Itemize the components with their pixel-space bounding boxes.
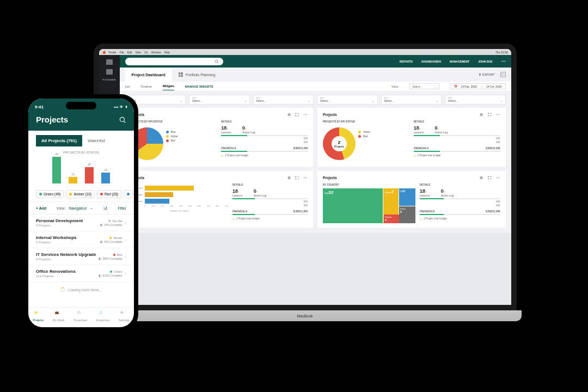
phone-mockup: 9:41 ••• ᯤ ▮ Projects All Projects (791)… [24,94,138,332]
phone-chart-title: PROJECTS BY STATUS [36,151,126,154]
menu-view[interactable]: View [135,51,141,54]
list-item[interactable]: IT Services Network Upgrade9 Projects Re… [28,248,134,265]
mac-menubar: 🍎 Finder File Edit View Go Window Help T… [99,49,511,55]
sub-nav-bar: List Timeline Widgets MANAGE WIDGETS Vie… [120,82,511,91]
phone-chart: PROJECTS BY STATUS 49 10 28 18 [28,146,134,187]
more-icon[interactable]: ⋯ [303,175,308,180]
filter-2[interactable]: filterSelect...⌄ [189,95,250,105]
more-icon[interactable]: ⋯ [495,112,500,117]
menubar-time: Thu 21:56 [495,51,508,54]
chart-legend: Yellow Red [358,125,370,162]
date-from: 14 Feb. 2020 [461,85,476,88]
export-label: EXPORT [482,73,495,76]
more-icon[interactable]: ⋯ [501,59,506,64]
projects-list[interactable]: Personal Development3 Projects Not Set◐ … [28,215,134,307]
menu-finder[interactable]: Finder [109,51,117,54]
filter-4[interactable]: filterSelect...⌄ [317,95,378,105]
more-icon[interactable]: ⋯ [303,112,308,117]
filter-6[interactable]: filterSelect...⌄ [445,95,506,105]
nav-projects[interactable]: 📁Projects [33,311,44,322]
legend-green[interactable]: Green (49) [36,190,64,198]
nav-expenses[interactable]: 🧾Expenses [96,311,109,322]
add-button[interactable]: + Add [36,206,46,210]
metric-actionlog: 0+Action Log [242,125,255,134]
menu-file[interactable]: File [120,51,124,54]
filter-button[interactable]: Filter [118,206,126,210]
subtab-list[interactable]: List [125,85,130,88]
subtab-timeline[interactable]: Timeline [140,85,152,88]
laptop-screen: 🍎 Finder File Edit View Go Window Help T… [94,44,517,310]
nav-mywork[interactable]: 💼My Work [53,311,65,322]
list-item[interactable]: Internal Workshops2 Projects Amber◐ 6% C… [28,231,134,248]
expand-icon[interactable]: ⛶ [487,175,492,180]
svg-point-1 [120,117,124,121]
search-icon[interactable] [119,116,126,124]
gear-icon[interactable]: ⚙ [286,112,291,117]
sidebar-programmes-icon[interactable] [106,69,113,75]
nav-settings[interactable]: ⚙Settings [119,311,130,322]
sidebar-home-icon[interactable] [106,59,113,65]
expand-icon[interactable]: ⛶ [295,112,299,117]
menu-help[interactable]: Help [164,51,170,54]
phone-toolbar: + Add View: Navigation ⌄ 📊 Filter [28,201,134,215]
more-icon[interactable]: ⋯ [495,175,500,180]
date-to: 14 Oct. 2020 [486,85,502,88]
menu-edit[interactable]: Edit [127,51,132,54]
gear-icon: ⚙ [120,311,128,317]
export-button[interactable]: ⬇ EXPORT [479,73,494,76]
legend-red[interactable]: Red (28) [97,190,121,198]
loading-indicator: Loading more items... [28,282,134,297]
menu-go[interactable]: Go [144,51,148,54]
tab-portfolio-label: Portfolio Planning [186,73,216,77]
svg-point-0 [215,60,218,63]
widgets-grid: Projects⚙⛶⋯ PROJECTS BY KPI STATUS Blue … [120,108,511,233]
list-item[interactable]: Personal Development3 Projects Not Set◐ … [28,215,134,231]
view-selector[interactable]: View: Navigation ⌄ [56,206,93,210]
expand-icon[interactable]: ⛶ [295,175,299,180]
date-range-picker[interactable]: 📅 14 Feb. 2020 → 14 Oct. 2020 [450,83,505,89]
expand-icon[interactable]: ⛶ [487,112,492,117]
donut-chart: 2Projects [323,127,356,160]
chart-toggle-icon[interactable]: 📊 [103,206,108,210]
filter-3[interactable]: filterSelect...⌄ [253,95,314,105]
gear-icon[interactable]: ⚙ [286,175,291,180]
briefcase-icon: 💼 [55,311,63,317]
phone-screen: 9:41 ••• ᯤ ▮ Projects All Projects (791)… [28,99,134,327]
global-search-input[interactable] [125,58,223,65]
statusbar-time: 9:41 [35,105,44,109]
widget-projects-donut: Projects⚙⛶⋯ PROJECTS BY KPI STATUS 2Proj… [317,108,506,167]
filter-5[interactable]: filterSelect...⌄ [381,95,442,105]
menu-window[interactable]: Window [151,51,161,54]
chart-title: PROJECTS BY KPI STATUS [323,120,409,123]
legend-blue[interactable] [124,190,133,198]
nav-management[interactable]: MANAGEMENT [450,60,469,63]
laptop-base: MacBook [88,310,522,321]
grid-icon [179,72,183,77]
tab-project-dashboard[interactable]: Project Dashboard [125,68,172,82]
tab-all-projects[interactable]: All Projects (791) [36,135,82,146]
widget-title: Projects [323,113,337,117]
tab-watchlist[interactable]: Watchlist [82,135,111,146]
details-title: DETAILS [414,120,500,123]
view-select[interactable]: Select...⌄ [409,83,439,89]
details-title: DETAILS [221,120,308,123]
nav-dashboards[interactable]: DASHBOARDS [421,60,441,63]
user-menu[interactable]: JOHN DOE [478,60,492,63]
manage-widgets-button[interactable]: MANAGE WIDGETS [185,85,213,88]
gear-icon[interactable]: ⚙ [479,112,484,117]
apple-icon: 🍎 [102,51,106,54]
list-item[interactable]: Office Renovations112 Projects Green◐ 62… [28,265,134,282]
nav-reports[interactable]: REPORTS [400,60,413,63]
phone-bottom-nav: 📁Projects 💼My Work 🕐Timesheet 🧾Expenses … [28,307,134,327]
subtab-widgets[interactable]: Widgets [163,84,174,90]
chevron-right-icon: › [125,220,126,226]
gear-icon[interactable]: ⚙ [479,175,484,180]
search-icon [215,59,219,64]
chart-legend: Blue Amber Red [166,125,178,162]
tab-portfolio-planning[interactable]: Portfolio Planning [172,68,222,82]
nav-timesheet[interactable]: 🕐Timesheet [74,311,87,322]
expand-button[interactable]: ⛶ [500,72,506,77]
legend-amber[interactable]: Amber (10) [66,190,95,198]
widget-projects-pie: Projects⚙⛶⋯ PROJECTS BY KPI STATUS Blue … [125,108,314,167]
phone-notch [66,102,96,109]
